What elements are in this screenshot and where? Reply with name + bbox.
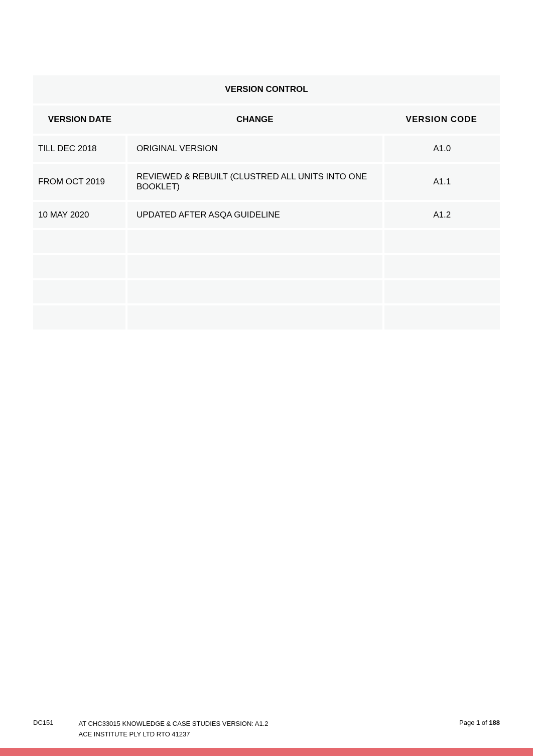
table-row-empty: [33, 279, 500, 304]
cell-code: A1.0: [383, 135, 500, 163]
footer-doc-code: DC151: [33, 719, 53, 740]
table-header-row: VERSION DATE CHANGE VERSION CODE: [33, 104, 500, 135]
footer-title-line: AT CHC33015 KNOWLEDGE & CASE STUDIES VER…: [78, 719, 268, 729]
footer-left: DC151 AT CHC33015 KNOWLEDGE & CASE STUDI…: [33, 719, 269, 740]
cell-empty: [126, 279, 383, 304]
footer-page-info: Page 1 of 188: [459, 719, 500, 726]
cell-empty: [33, 304, 126, 330]
cell-change: REVIEWED & REBUILT (CLUSTRED ALL UNITS I…: [126, 163, 383, 201]
cell-empty: [126, 304, 383, 330]
cell-empty: [33, 229, 126, 254]
table-row: FROM OCT 2019 REVIEWED & REBUILT (CLUSTR…: [33, 163, 500, 201]
table-title-row: VERSION CONTROL: [33, 75, 500, 104]
cell-empty: [33, 254, 126, 279]
footer-org-line: ACE INSTITUTE PLY LTD RTO 41237: [78, 729, 268, 740]
cell-change: ORIGINAL VERSION: [126, 135, 383, 163]
version-control-table: VERSION CONTROL VERSION DATE CHANGE VERS…: [33, 75, 500, 330]
cell-date: TILL DEC 2018: [33, 135, 126, 163]
page-footer: DC151 AT CHC33015 KNOWLEDGE & CASE STUDI…: [33, 719, 500, 740]
table-title: VERSION CONTROL: [33, 75, 500, 104]
header-version-code: VERSION CODE: [383, 104, 500, 135]
page-total: 188: [489, 719, 500, 726]
cell-empty: [126, 254, 383, 279]
table-row-empty: [33, 229, 500, 254]
table-row: TILL DEC 2018 ORIGINAL VERSION A1.0: [33, 135, 500, 163]
cell-empty: [383, 279, 500, 304]
table-row-empty: [33, 254, 500, 279]
cell-code: A1.2: [383, 201, 500, 229]
cell-date: FROM OCT 2019: [33, 163, 126, 201]
cell-empty: [33, 279, 126, 304]
page-of: of: [480, 719, 489, 726]
page-label: Page: [459, 719, 476, 726]
header-change: CHANGE: [126, 104, 383, 135]
cell-change: UPDATED AFTER ASQA GUIDELINE: [126, 201, 383, 229]
cell-empty: [383, 304, 500, 330]
cell-empty: [383, 254, 500, 279]
cell-date: 10 MAY 2020: [33, 201, 126, 229]
table-row: 10 MAY 2020 UPDATED AFTER ASQA GUIDELINE…: [33, 201, 500, 229]
cell-empty: [383, 229, 500, 254]
bottom-accent-bar: [0, 748, 533, 756]
header-version-date: VERSION DATE: [33, 104, 126, 135]
footer-center: AT CHC33015 KNOWLEDGE & CASE STUDIES VER…: [78, 719, 268, 740]
table-row-empty: [33, 304, 500, 330]
cell-empty: [126, 229, 383, 254]
cell-code: A1.1: [383, 163, 500, 201]
